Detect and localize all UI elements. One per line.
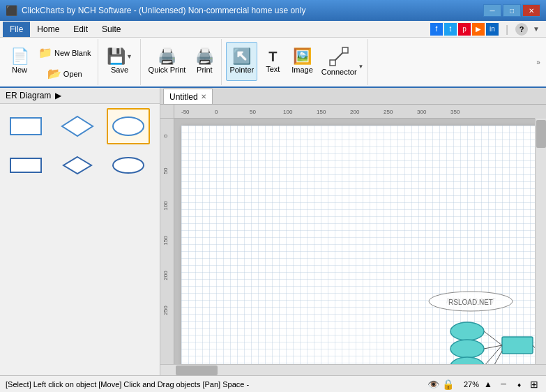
svg-rect-6 [10, 158, 41, 172]
print-button[interactable]: 🖨️ Print [190, 42, 218, 81]
svg-rect-1 [330, 60, 335, 66]
quick-print-button[interactable]: 🖨️ Quick Print [145, 42, 190, 81]
svg-text:200: 200 [162, 271, 169, 280]
shape-rectangle[interactable] [4, 108, 47, 144]
text-button[interactable]: T Text [259, 42, 287, 81]
shape-rectangle-2[interactable] [4, 147, 47, 183]
svg-text:0: 0 [215, 109, 218, 115]
connector-group: Connector ▼ [318, 42, 365, 81]
svg-point-30 [450, 357, 484, 364]
social-icon-2[interactable]: t [444, 23, 457, 36]
svg-text:250: 250 [162, 306, 169, 315]
shapes-panel [0, 104, 160, 375]
svg-rect-2 [342, 47, 348, 53]
main-area: ER Diagram ▶ [0, 88, 546, 375]
title-bar: ⬛ ClickCharts by NCH Software - (Unlicen… [0, 0, 546, 21]
new-button[interactable]: 📄 New [6, 42, 33, 81]
svg-line-42 [484, 351, 502, 364]
shape-diamond-2[interactable] [56, 147, 99, 183]
edit-menu[interactable]: Edit [66, 22, 95, 37]
lock-icon: 🔒 [442, 379, 454, 390]
new-blank-button[interactable]: 📁 New Blank [35, 43, 95, 63]
svg-line-39 [484, 331, 502, 345]
tab-close-button[interactable]: ✕ [201, 93, 206, 100]
shape-ellipse-2[interactable] [107, 147, 150, 183]
zoom-up-button[interactable]: ▲ [482, 378, 494, 391]
svg-text:300: 300 [417, 109, 427, 115]
v-ruler-svg: 0 50 100 150 200 250 [160, 119, 174, 364]
divider-1: | [500, 22, 514, 36]
vertical-scrollbar[interactable] [535, 119, 546, 364]
svg-text:150: 150 [162, 236, 169, 246]
save-button[interactable]: 💾 ▼ Save [103, 42, 137, 81]
minimize-button[interactable]: ─ [483, 4, 501, 17]
svg-text:150: 150 [317, 109, 326, 115]
svg-text:0: 0 [162, 134, 169, 137]
ribbon-group-save: 💾 ▼ Save [100, 39, 141, 85]
canvas-tab[interactable]: Untitled ✕ [163, 89, 213, 104]
left-panel: ER Diagram ▶ [0, 88, 160, 375]
ruler-horizontal: -50 0 50 100 150 200 250 300 350 [174, 105, 535, 119]
suite-menu[interactable]: Suite [95, 22, 128, 37]
help-icon[interactable]: ? [515, 23, 528, 36]
svg-text:350: 350 [450, 109, 460, 115]
svg-text:-50: -50 [181, 109, 190, 115]
h-ruler-svg: -50 0 50 100 150 200 250 300 350 [174, 105, 535, 119]
ribbon: 📄 New 📁 New Blank 📂 Open [0, 38, 546, 88]
zoom-fit-button[interactable]: ⊞ [528, 378, 540, 391]
diagram-svg: RSLOAD.NET RSLOAD.NET [181, 126, 535, 364]
diamond-shape-svg [59, 114, 96, 139]
new-blank-icon: 📁 [38, 47, 52, 59]
file-menu[interactable]: File [3, 22, 30, 37]
canvas-area: Untitled ✕ -50 0 50 100 150 [160, 88, 546, 375]
canvas-container: -50 0 50 100 150 200 250 300 350 [160, 105, 546, 375]
zoom-out-button[interactable]: − [497, 378, 510, 391]
shape-ellipse[interactable] [107, 108, 150, 144]
ruler-corner [160, 105, 174, 119]
tab-bar: Untitled ✕ [160, 88, 546, 105]
svg-point-5 [113, 117, 144, 135]
image-icon: 🖼️ [293, 49, 312, 64]
zoom-slider[interactable]: ⬧ [513, 378, 525, 391]
title-bar-text: ClickCharts by NCH Software - (Unlicense… [22, 6, 305, 15]
text-icon: T [268, 50, 277, 63]
horizontal-scrollbar[interactable] [174, 364, 535, 375]
social-icon-4[interactable]: ▶ [472, 23, 485, 36]
connector-button[interactable]: Connector [318, 42, 358, 81]
ellipse-shape-svg [110, 114, 146, 139]
image-button[interactable]: 🖼️ Image [288, 42, 317, 81]
svg-marker-7 [63, 157, 91, 174]
zoom-value: 27% [457, 380, 479, 389]
horizontal-scrollbar-row [160, 364, 546, 375]
social-icon-1[interactable]: f [430, 23, 443, 36]
connector-icon [329, 47, 349, 66]
canvas-viewport[interactable]: RSLOAD.NET RSLOAD.NET [174, 119, 535, 364]
connector-dropdown[interactable]: ▼ [358, 42, 365, 81]
ribbon-expand-button[interactable]: » [533, 39, 543, 85]
social-icon-5[interactable]: in [486, 23, 499, 36]
menu-expand-icon[interactable]: ▼ [529, 22, 543, 36]
svg-text:RSLOAD.NET: RSLOAD.NET [448, 299, 493, 306]
print-icon: 🖨️ [195, 49, 214, 64]
pointer-icon: ↖️ [232, 49, 251, 64]
tab-label: Untitled [169, 92, 198, 102]
close-button[interactable]: ✕ [522, 4, 540, 17]
rectangle-shape-svg [8, 114, 44, 139]
svg-text:250: 250 [384, 109, 393, 115]
new-icon: 📄 [10, 49, 29, 64]
ribbon-group-tools: ↖️ Pointer T Text 🖼️ Image Con [223, 39, 367, 85]
diagram-expand-icon[interactable]: ▶ [55, 91, 61, 100]
ribbon-group-new: 📄 New 📁 New Blank 📂 Open [3, 39, 98, 85]
social-icon-3[interactable]: p [458, 23, 471, 36]
scroll-bottom-left [160, 364, 174, 375]
app-icon: ⬛ [6, 5, 17, 16]
diagram-type-bar: ER Diagram ▶ [0, 88, 160, 104]
shape-diamond[interactable] [56, 108, 99, 144]
open-button[interactable]: 📂 Open [35, 64, 95, 84]
maximize-button[interactable]: □ [503, 4, 521, 17]
save-icon: 💾 [107, 49, 126, 64]
pointer-button[interactable]: ↖️ Pointer [226, 42, 257, 81]
home-menu[interactable]: Home [30, 22, 66, 37]
scroll-corner-bottom [535, 364, 546, 375]
svg-text:50: 50 [162, 167, 169, 174]
